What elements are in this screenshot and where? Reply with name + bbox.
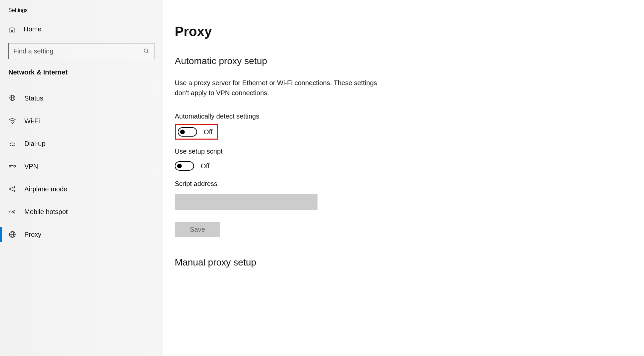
search-input[interactable] — [13, 47, 143, 55]
svg-point-13 — [12, 211, 13, 212]
auto-proxy-description: Use a proxy server for Ethernet or Wi-Fi… — [175, 78, 388, 98]
sidebar-item-hotspot[interactable]: Mobile hotspot — [0, 200, 163, 223]
use-script-label: Use setup script — [175, 148, 624, 155]
app-title: Settings — [0, 0, 163, 21]
script-address-input — [175, 194, 317, 210]
svg-point-10 — [9, 166, 11, 167]
use-script-state: Off — [201, 162, 209, 170]
main-content: Proxy Automatic proxy setup Use a proxy … — [163, 0, 644, 356]
sidebar-item-status[interactable]: Status — [0, 87, 163, 110]
sidebar-section-title: Network & Internet — [0, 68, 163, 84]
toggle-knob — [180, 130, 185, 134]
hotspot-icon — [8, 208, 16, 216]
sidebar-item-label: Proxy — [24, 231, 41, 238]
sidebar-item-dialup[interactable]: Dial-up — [0, 132, 163, 155]
svg-point-11 — [14, 166, 16, 167]
search-input-box[interactable] — [8, 43, 154, 59]
sidebar-item-vpn[interactable]: VPN — [0, 155, 163, 178]
sidebar-item-wifi[interactable]: Wi-Fi — [0, 110, 163, 132]
svg-point-0 — [144, 49, 148, 52]
sidebar-item-label: Status — [24, 95, 43, 102]
wifi-icon — [8, 117, 16, 125]
script-address-label: Script address — [175, 180, 624, 188]
home-label: Home — [24, 25, 41, 33]
toggle-knob — [177, 164, 182, 168]
save-button: Save — [175, 222, 220, 237]
auto-detect-state: Off — [204, 128, 212, 136]
airplane-icon — [8, 185, 16, 193]
auto-detect-highlight: Off — [175, 124, 218, 140]
auto-detect-label: Automatically detect settings — [175, 113, 624, 120]
sidebar-item-label: Mobile hotspot — [24, 208, 68, 216]
auto-proxy-heading: Automatic proxy setup — [175, 56, 624, 66]
sidebar-item-proxy[interactable]: Proxy — [0, 223, 163, 246]
page-title: Proxy — [175, 24, 624, 39]
sidebar-item-label: VPN — [24, 163, 38, 170]
dialup-icon — [8, 140, 16, 148]
sidebar-item-airplane[interactable]: Airplane mode — [0, 178, 163, 200]
svg-point-9 — [14, 145, 14, 146]
home-nav[interactable]: Home — [0, 21, 163, 38]
home-icon — [8, 26, 16, 33]
vpn-icon — [8, 162, 16, 170]
sidebar-item-label: Wi-Fi — [24, 117, 40, 125]
svg-point-6 — [12, 123, 13, 124]
auto-detect-toggle[interactable] — [178, 127, 197, 137]
sidebar-item-label: Dial-up — [24, 140, 45, 148]
sidebar: Settings Home Network & Internet Status … — [0, 0, 163, 356]
sidebar-nav: Status Wi-Fi Dial-up VPN Airplane mode — [0, 84, 163, 246]
svg-point-8 — [12, 145, 13, 146]
search-icon — [143, 48, 149, 54]
svg-line-1 — [147, 52, 148, 53]
use-script-toggle[interactable] — [175, 161, 194, 171]
globe-icon — [8, 94, 16, 102]
proxy-icon — [8, 230, 16, 238]
sidebar-item-label: Airplane mode — [24, 185, 67, 193]
manual-proxy-heading: Manual proxy setup — [175, 257, 624, 268]
svg-point-7 — [10, 145, 11, 146]
use-script-row: Off — [175, 161, 624, 171]
